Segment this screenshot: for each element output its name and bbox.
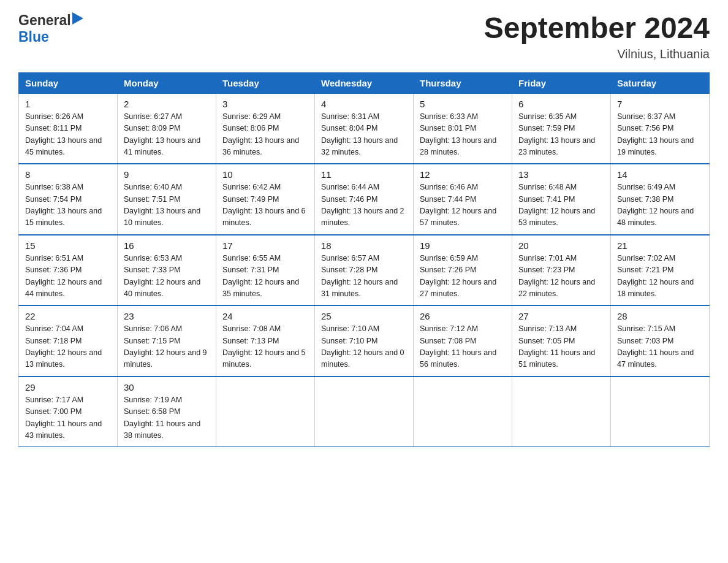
calendar-header-row: Sunday Monday Tuesday Wednesday Thursday… xyxy=(19,72,710,93)
title-block: September 2024 Vilnius, Lithuania xyxy=(484,12,710,61)
logo-arrow-icon xyxy=(72,12,83,27)
day-number: 17 xyxy=(222,240,308,251)
day-info: Sunrise: 7:08 AMSunset: 7:13 PMDaylight:… xyxy=(222,324,306,369)
day-number: 12 xyxy=(420,169,506,180)
day-info: Sunrise: 7:10 AMSunset: 7:10 PMDaylight:… xyxy=(321,324,404,369)
calendar-cell: 11 Sunrise: 6:44 AMSunset: 7:46 PMDaylig… xyxy=(315,164,414,235)
day-info: Sunrise: 7:01 AMSunset: 7:23 PMDaylight:… xyxy=(518,254,595,298)
svg-marker-0 xyxy=(72,12,83,25)
day-info: Sunrise: 7:04 AMSunset: 7:18 PMDaylight:… xyxy=(25,324,102,369)
day-number: 1 xyxy=(25,99,111,109)
day-info: Sunrise: 6:33 AMSunset: 8:01 PMDaylight:… xyxy=(420,112,496,156)
calendar-cell: 19 Sunrise: 6:59 AMSunset: 7:26 PMDaylig… xyxy=(414,235,512,306)
day-number: 13 xyxy=(518,169,604,180)
day-number: 15 xyxy=(25,240,111,251)
calendar-cell: 9 Sunrise: 6:40 AMSunset: 7:51 PMDayligh… xyxy=(118,164,216,235)
calendar-cell: 22 Sunrise: 7:04 AMSunset: 7:18 PMDaylig… xyxy=(19,305,118,377)
page-header: General Blue September 2024 Vilnius, Lit… xyxy=(18,12,710,61)
calendar-cell: 28 Sunrise: 7:15 AMSunset: 7:03 PMDaylig… xyxy=(611,305,710,377)
calendar-cell: 1 Sunrise: 6:26 AMSunset: 8:11 PMDayligh… xyxy=(19,93,118,164)
calendar-cell: 3 Sunrise: 6:29 AMSunset: 8:06 PMDayligh… xyxy=(216,93,315,164)
day-number: 14 xyxy=(617,169,703,180)
day-info: Sunrise: 7:02 AMSunset: 7:21 PMDaylight:… xyxy=(617,254,694,298)
day-info: Sunrise: 6:35 AMSunset: 7:59 PMDaylight:… xyxy=(518,112,595,156)
calendar-cell: 8 Sunrise: 6:38 AMSunset: 7:54 PMDayligh… xyxy=(19,164,118,235)
calendar-cell: 21 Sunrise: 7:02 AMSunset: 7:21 PMDaylig… xyxy=(611,235,710,306)
day-number: 6 xyxy=(518,99,604,109)
day-info: Sunrise: 6:42 AMSunset: 7:49 PMDaylight:… xyxy=(222,183,306,227)
day-info: Sunrise: 6:49 AMSunset: 7:38 PMDaylight:… xyxy=(617,183,694,227)
day-info: Sunrise: 7:19 AMSunset: 6:58 PMDaylight:… xyxy=(124,396,200,440)
day-info: Sunrise: 6:46 AMSunset: 7:44 PMDaylight:… xyxy=(420,183,496,227)
day-info: Sunrise: 6:55 AMSunset: 7:31 PMDaylight:… xyxy=(222,254,299,298)
day-number: 20 xyxy=(518,240,604,251)
day-info: Sunrise: 6:44 AMSunset: 7:46 PMDaylight:… xyxy=(321,183,404,227)
header-friday: Friday xyxy=(512,72,611,93)
day-info: Sunrise: 6:26 AMSunset: 8:11 PMDaylight:… xyxy=(25,112,102,156)
day-info: Sunrise: 7:06 AMSunset: 7:15 PMDaylight:… xyxy=(124,324,207,369)
calendar-cell: 12 Sunrise: 6:46 AMSunset: 7:44 PMDaylig… xyxy=(414,164,512,235)
calendar-cell: 29 Sunrise: 7:17 AMSunset: 7:00 PMDaylig… xyxy=(19,377,118,447)
day-number: 21 xyxy=(617,240,703,251)
day-info: Sunrise: 6:51 AMSunset: 7:36 PMDaylight:… xyxy=(25,254,102,298)
calendar-cell: 4 Sunrise: 6:31 AMSunset: 8:04 PMDayligh… xyxy=(315,93,414,164)
day-info: Sunrise: 7:17 AMSunset: 7:00 PMDaylight:… xyxy=(25,396,102,440)
calendar-table: Sunday Monday Tuesday Wednesday Thursday… xyxy=(18,72,710,448)
header-thursday: Thursday xyxy=(414,72,512,93)
day-info: Sunrise: 7:12 AMSunset: 7:08 PMDaylight:… xyxy=(420,324,496,369)
day-info: Sunrise: 6:27 AMSunset: 8:09 PMDaylight:… xyxy=(124,112,200,156)
calendar-cell: 17 Sunrise: 6:55 AMSunset: 7:31 PMDaylig… xyxy=(216,235,315,306)
day-number: 19 xyxy=(420,240,506,251)
day-number: 24 xyxy=(222,311,308,321)
calendar-cell: 26 Sunrise: 7:12 AMSunset: 7:08 PMDaylig… xyxy=(414,305,512,377)
header-wednesday: Wednesday xyxy=(315,72,414,93)
day-number: 8 xyxy=(25,169,111,180)
calendar-cell: 20 Sunrise: 7:01 AMSunset: 7:23 PMDaylig… xyxy=(512,235,611,306)
day-info: Sunrise: 7:15 AMSunset: 7:03 PMDaylight:… xyxy=(617,324,694,369)
calendar-cell: 7 Sunrise: 6:37 AMSunset: 7:56 PMDayligh… xyxy=(611,93,710,164)
calendar-cell: 24 Sunrise: 7:08 AMSunset: 7:13 PMDaylig… xyxy=(216,305,315,377)
calendar-week-row: 22 Sunrise: 7:04 AMSunset: 7:18 PMDaylig… xyxy=(19,305,710,377)
calendar-cell: 13 Sunrise: 6:48 AMSunset: 7:41 PMDaylig… xyxy=(512,164,611,235)
calendar-cell: 27 Sunrise: 7:13 AMSunset: 7:05 PMDaylig… xyxy=(512,305,611,377)
calendar-cell xyxy=(216,377,315,447)
logo: General Blue xyxy=(18,12,83,45)
day-number: 22 xyxy=(25,311,111,321)
day-info: Sunrise: 6:38 AMSunset: 7:54 PMDaylight:… xyxy=(25,183,102,227)
day-number: 18 xyxy=(321,240,407,251)
day-number: 3 xyxy=(222,99,308,109)
header-monday: Monday xyxy=(118,72,216,93)
day-info: Sunrise: 6:57 AMSunset: 7:28 PMDaylight:… xyxy=(321,254,398,298)
day-info: Sunrise: 7:13 AMSunset: 7:05 PMDaylight:… xyxy=(518,324,595,369)
calendar-cell: 30 Sunrise: 7:19 AMSunset: 6:58 PMDaylig… xyxy=(118,377,216,447)
calendar-cell: 16 Sunrise: 6:53 AMSunset: 7:33 PMDaylig… xyxy=(118,235,216,306)
day-number: 30 xyxy=(124,382,210,393)
calendar-cell: 23 Sunrise: 7:06 AMSunset: 7:15 PMDaylig… xyxy=(118,305,216,377)
day-info: Sunrise: 6:31 AMSunset: 8:04 PMDaylight:… xyxy=(321,112,398,156)
header-saturday: Saturday xyxy=(611,72,710,93)
day-number: 11 xyxy=(321,169,407,180)
calendar-cell: 2 Sunrise: 6:27 AMSunset: 8:09 PMDayligh… xyxy=(118,93,216,164)
day-number: 4 xyxy=(321,99,407,109)
calendar-cell xyxy=(315,377,414,447)
day-number: 9 xyxy=(124,169,210,180)
day-number: 2 xyxy=(124,99,210,109)
calendar-cell xyxy=(611,377,710,447)
day-info: Sunrise: 6:37 AMSunset: 7:56 PMDaylight:… xyxy=(617,112,694,156)
day-info: Sunrise: 6:59 AMSunset: 7:26 PMDaylight:… xyxy=(420,254,496,298)
main-title: September 2024 xyxy=(484,12,710,45)
day-number: 26 xyxy=(420,311,506,321)
calendar-cell: 5 Sunrise: 6:33 AMSunset: 8:01 PMDayligh… xyxy=(414,93,512,164)
calendar-cell xyxy=(414,377,512,447)
calendar-cell: 10 Sunrise: 6:42 AMSunset: 7:49 PMDaylig… xyxy=(216,164,315,235)
day-info: Sunrise: 6:40 AMSunset: 7:51 PMDaylight:… xyxy=(124,183,200,227)
calendar-week-row: 29 Sunrise: 7:17 AMSunset: 7:00 PMDaylig… xyxy=(19,377,710,447)
day-number: 16 xyxy=(124,240,210,251)
calendar-cell: 6 Sunrise: 6:35 AMSunset: 7:59 PMDayligh… xyxy=(512,93,611,164)
day-info: Sunrise: 6:29 AMSunset: 8:06 PMDaylight:… xyxy=(222,112,299,156)
logo-general-text: General xyxy=(18,12,71,29)
day-info: Sunrise: 6:48 AMSunset: 7:41 PMDaylight:… xyxy=(518,183,595,227)
day-number: 29 xyxy=(25,382,111,393)
day-number: 5 xyxy=(420,99,506,109)
calendar-week-row: 8 Sunrise: 6:38 AMSunset: 7:54 PMDayligh… xyxy=(19,164,710,235)
